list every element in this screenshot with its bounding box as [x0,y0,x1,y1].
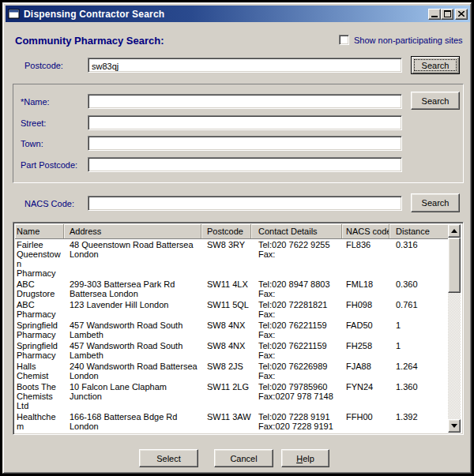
cell-postcode: SW11 5QL [201,299,251,310]
show-non-participating-checkbox[interactable] [339,35,349,45]
select-button[interactable]: Select [139,449,198,467]
scroll-down-button[interactable] [448,419,461,433]
table-row[interactable]: ABC Pharmacy 123 Lavender Hill London SW… [15,299,448,320]
part-postcode-input[interactable] [88,157,402,172]
column-header-nacs-code[interactable]: NACS code [342,224,389,238]
page-title: Community Pharmacy Search: [15,35,164,47]
column-header-contact-details[interactable]: Contact Details [251,224,342,238]
postcode-search-button[interactable]: Search [411,56,460,74]
window-icon [8,8,21,21]
dialog-window: Dispensing Contractor Search Community P… [0,0,474,476]
cell-contact-details: Tel:020 7228 9191 Fax:020 7228 9191 [251,411,342,432]
cell-address: 48 Queenstown Road Battersea London [64,239,201,260]
cell-name: Boots The Chemists Ltd [15,381,64,411]
nacs-search-button[interactable]: Search [411,193,460,212]
close-button[interactable] [455,9,468,20]
scrollbar-track[interactable] [448,293,461,419]
name-input[interactable] [88,94,402,109]
results-rows: Fairlee Queenstown Pharmacy 48 Queenstow… [15,239,448,433]
show-non-participating-label: Show non-participating sites [354,36,463,45]
titlebar-buttons [428,9,468,20]
cell-nacs-code: FML18 [342,279,389,290]
table-row[interactable]: Fairlee Queenstown Pharmacy 48 Queenstow… [15,239,448,279]
town-label: Town: [21,139,43,148]
cancel-button[interactable]: Cancel [214,449,273,467]
cell-name: Springfield Pharmacy [15,320,64,340]
cell-address: 457 Wandsworth Road South Lambeth [64,340,201,361]
cell-nacs-code: FFH00 [342,411,389,422]
cell-address: 299-303 Battersea Park Rd Battersea Lond… [64,279,201,299]
name-label: *Name: [21,97,50,107]
maximize-button[interactable] [441,9,453,20]
cell-distance: 1 [389,320,448,331]
cell-address: 123 Lavender Hill London [64,299,201,310]
maximize-icon [444,10,451,17]
nacs-code-input[interactable] [88,196,402,211]
column-header-name[interactable]: Name [15,224,64,238]
cell-contact-details: Tel:020 7622 9255 Fax: [251,239,342,260]
nacs-code-label: NACS Code: [24,199,74,208]
cell-address: 10 Falcon Lane Clapham Junction [64,381,201,402]
cell-distance: 0.360 [389,279,448,290]
minimize-button[interactable] [428,9,441,20]
column-header-distance[interactable]: Distance [389,224,448,238]
cell-nacs-code: FJA88 [342,361,389,372]
cell-contact-details: Tel:020 72281821 Fax: [251,299,342,320]
scrollbar-down-icon [451,424,457,428]
cell-address: 240 Wandsworth Road Battersea London [64,361,201,381]
cell-address: 166-168 Battersea Bdge Rd London [64,411,201,432]
column-header-address[interactable]: Address [64,224,201,238]
cell-postcode: SW11 4LX [201,279,251,290]
table-row[interactable]: Boots The Chemists Ltd 10 Falcon Lane Cl… [15,381,448,411]
help-button[interactable]: Help [281,449,329,467]
postcode-input[interactable] [88,58,402,73]
cell-name: Halls Chemist [15,361,64,381]
table-header: Name Address Postcode Contact Details NA… [15,224,448,239]
cell-distance: 0.761 [389,299,448,310]
cell-nacs-code: FH098 [342,299,389,310]
cell-nacs-code: FL836 [342,239,389,250]
scroll-up-button[interactable] [448,224,461,238]
street-label: Street: [21,118,46,128]
table-row[interactable]: Halls Chemist 240 Wandsworth Road Batter… [15,361,448,381]
cell-distance: 1.392 [389,411,448,422]
cell-contact-details: Tel:020 76221159 Fax: [251,320,342,340]
street-input[interactable] [88,115,402,130]
cell-distance: 1.264 [389,361,448,372]
cell-nacs-code: FAD50 [342,320,389,331]
cell-name: Healthchem (Battersea) Ltd [15,411,64,433]
table-row[interactable]: Springfield Pharmacy 457 Wandsworth Road… [15,340,448,361]
table-row[interactable]: Springfield Pharmacy 457 Wandsworth Road… [15,320,448,340]
results-table: Name Address Postcode Contact Details NA… [13,222,464,435]
scrollbar-thumb[interactable] [448,238,461,293]
cell-name: Fairlee Queenstown Pharmacy [15,239,64,279]
table-row[interactable]: Healthchem (Battersea) Ltd 166-168 Batte… [15,411,448,433]
minimize-icon [431,16,438,17]
cell-name: ABC Drugstore [15,279,64,299]
town-input[interactable] [88,136,402,151]
title-bar[interactable]: Dispensing Contractor Search [6,6,470,22]
cell-address: 457 Wandsworth Road South Lambeth [64,320,201,340]
cell-contact-details: Tel:020 79785960 Fax:0207 978 7148 [251,381,342,402]
cell-contact-details: Tel:020 76221159 Fax: [251,340,342,361]
column-header-postcode[interactable]: Postcode [201,224,251,238]
table-row[interactable]: ABC Drugstore 299-303 Battersea Park Rd … [15,279,448,299]
close-icon [458,11,465,17]
cell-distance: 0.316 [389,239,448,250]
cell-distance: 1 [389,340,448,351]
dialog-frame: Dispensing Contractor Search Community P… [2,2,472,474]
vertical-scrollbar[interactable] [448,224,461,433]
name-search-button[interactable]: Search [411,92,460,110]
cell-contact-details: Tel:020 76226989 Fax: [251,361,342,381]
cell-distance: 1.360 [389,381,448,392]
cell-nacs-code: FYN24 [342,381,389,392]
cell-postcode: SW11 3AW [201,411,251,422]
cell-postcode: SW8 4NX [201,320,251,331]
cell-postcode: SW8 3RY [201,239,251,250]
window-title: Dispensing Contractor Search [24,9,428,20]
part-postcode-label: Part Postcode: [21,160,77,170]
cell-name: ABC Pharmacy [15,299,64,320]
cell-postcode: SW11 2LG [201,381,251,392]
cell-postcode: SW8 2JS [201,361,251,372]
cell-postcode: SW8 4NX [201,340,251,351]
